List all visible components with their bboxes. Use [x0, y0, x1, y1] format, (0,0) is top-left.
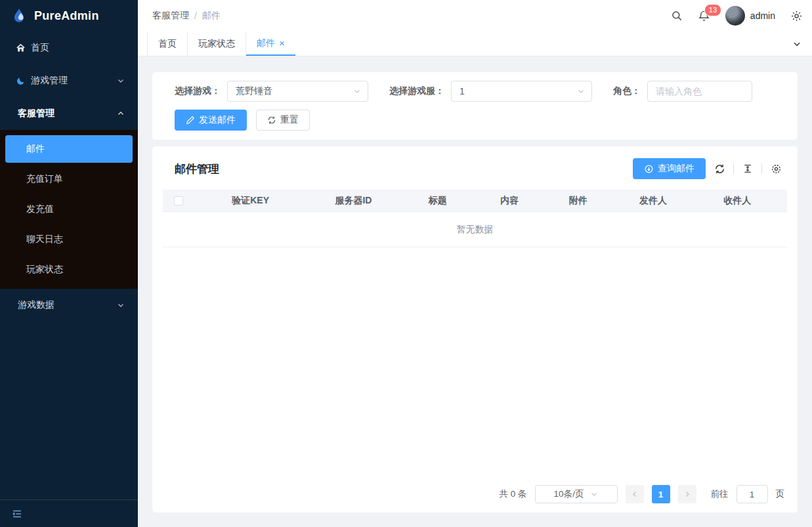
chevron-down-icon: [590, 490, 598, 498]
column-header: 附件: [544, 195, 613, 207]
sidebar-footer: [0, 499, 138, 527]
sidebar-menu: 首页 游戏管理 客服管理 邮件 充值订单 发充值 聊天日志: [0, 32, 138, 499]
page-number-button[interactable]: 1: [652, 485, 670, 503]
table-header-row: 验证KEY 服务器ID 标题 内容 附件 发件人 收件人: [163, 190, 787, 212]
breadcrumb-item-current: 邮件: [202, 10, 221, 22]
tab-home[interactable]: 首页: [147, 32, 188, 56]
table-empty-state: 暂无数据: [163, 212, 787, 247]
role-input[interactable]: [647, 81, 752, 102]
game-select-value: 荒野锤音: [236, 85, 349, 97]
chevron-down-icon: [792, 39, 801, 49]
pagination-total: 共 0 条: [499, 488, 526, 500]
card-toolbar: 查询邮件: [633, 158, 782, 179]
sidebar-item-label: 客服管理: [18, 108, 117, 119]
main-area: 客服管理 / 邮件 13 admin 首页 玩家状态: [138, 0, 812, 527]
breadcrumb-item-parent[interactable]: 客服管理: [152, 10, 189, 22]
top-header: 客服管理 / 邮件 13 admin: [138, 0, 812, 32]
chevron-down-icon: [117, 77, 125, 85]
sidebar-subitem-chat-log[interactable]: 聊天日志: [5, 226, 133, 253]
send-mail-button[interactable]: 发送邮件: [175, 110, 247, 131]
sidebar-item-customer-service[interactable]: 客服管理: [0, 97, 138, 130]
toolbar-divider: [761, 163, 762, 174]
mail-table: 验证KEY 服务器ID 标题 内容 附件 发件人 收件人 暂无数据: [163, 190, 787, 247]
sidebar-item-label: 玩家状态: [26, 264, 63, 276]
sidebar-item-label: 邮件: [26, 143, 45, 155]
app-title: PureAdmin: [34, 9, 99, 23]
sidebar-item-label: 游戏数据: [18, 299, 117, 311]
chevron-right-icon: [683, 490, 691, 498]
close-icon[interactable]: ×: [279, 38, 285, 48]
tabs-menu-toggle[interactable]: [792, 32, 812, 56]
breadcrumb-separator: /: [194, 11, 197, 21]
home-icon: [15, 43, 26, 53]
app-logo-icon: [11, 7, 28, 24]
toolbar-divider: [733, 163, 734, 174]
sidebar-subitem-player-status[interactable]: 玩家状态: [5, 256, 133, 284]
chevron-down-icon: [577, 87, 585, 95]
row-density-icon[interactable]: [742, 163, 754, 175]
sidebar-subitem-mail[interactable]: 邮件: [5, 135, 133, 163]
card-title: 邮件管理: [175, 161, 219, 177]
column-header: 内容: [475, 195, 544, 207]
next-page-button[interactable]: [678, 485, 696, 503]
game-select-label: 选择游戏：: [175, 85, 221, 97]
tab-label: 玩家状态: [198, 38, 235, 50]
page-content: 选择游戏： 荒野锤音 选择游戏服： 1 角色： 发送邮件: [138, 56, 812, 527]
column-header: 服务器ID: [307, 195, 400, 207]
role-input-label: 角色：: [613, 85, 641, 97]
notification-bell-icon[interactable]: 13: [698, 9, 711, 22]
refresh-table-icon[interactable]: [714, 163, 725, 175]
game-select[interactable]: 荒野锤音: [227, 81, 368, 102]
sidebar-item-game-data[interactable]: 游戏数据: [0, 289, 138, 322]
tab-label: 邮件: [257, 37, 275, 49]
chevron-down-icon: [117, 301, 125, 309]
header-actions: 13 admin: [670, 6, 803, 26]
sidebar-item-label: 充值订单: [26, 173, 63, 185]
sidebar-item-game-management[interactable]: 游戏管理: [0, 64, 138, 97]
search-icon[interactable]: [670, 9, 683, 22]
edit-pen-icon: [186, 116, 195, 125]
settings-gear-icon[interactable]: [790, 9, 803, 22]
prev-page-button[interactable]: [626, 485, 644, 503]
goto-label: 前往: [711, 488, 729, 500]
tab-mail[interactable]: 邮件 ×: [246, 32, 295, 56]
column-settings-icon[interactable]: [770, 163, 782, 175]
server-select[interactable]: 1: [451, 81, 592, 102]
sidebar-subitem-send-recharge[interactable]: 发充值: [5, 196, 133, 223]
page-size-select[interactable]: 10条/页: [535, 485, 618, 503]
circle-arrow-down-icon: [644, 164, 654, 174]
sidebar-item-home[interactable]: 首页: [0, 32, 138, 64]
server-select-label: 选择游戏服：: [389, 85, 444, 97]
sidebar-item-label: 聊天日志: [26, 234, 63, 245]
column-header: 发件人: [612, 195, 694, 207]
column-header: 验证KEY: [194, 195, 307, 207]
notification-badge: 13: [704, 4, 721, 16]
mail-management-card: 邮件管理 查询邮件: [152, 146, 798, 513]
moon-icon: [15, 75, 26, 86]
sidebar-subitem-recharge-orders[interactable]: 充值订单: [5, 165, 133, 193]
sidebar-item-label: 发充值: [26, 203, 54, 215]
tab-label: 首页: [158, 38, 177, 50]
reset-button[interactable]: 重置: [256, 110, 310, 131]
sidebar-item-label: 首页: [31, 42, 125, 54]
pagination: 共 0 条 10条/页 1 前往 页: [163, 485, 787, 503]
username: admin: [750, 11, 775, 21]
select-all-checkbox[interactable]: [174, 196, 183, 205]
filter-card: 选择游戏： 荒野锤音 选择游戏服： 1 角色： 发送邮件: [152, 72, 798, 140]
goto-page-input[interactable]: [737, 485, 768, 503]
chevron-left-icon: [631, 490, 639, 498]
sidebar: PureAdmin 首页 游戏管理 客服管理 邮件 充值订单: [0, 0, 138, 527]
collapse-sidebar-icon[interactable]: [11, 507, 24, 520]
breadcrumb: 客服管理 / 邮件: [152, 10, 221, 22]
refresh-icon: [267, 116, 276, 125]
query-mail-button[interactable]: 查询邮件: [633, 158, 706, 179]
user-menu[interactable]: admin: [725, 6, 775, 26]
avatar: [725, 6, 745, 26]
customer-service-submenu: 邮件 充值订单 发充值 聊天日志 玩家状态: [0, 130, 138, 289]
logo[interactable]: PureAdmin: [0, 0, 138, 32]
chevron-up-icon: [117, 110, 125, 117]
tab-player-status[interactable]: 玩家状态: [188, 32, 246, 56]
column-header: 收件人: [694, 195, 781, 207]
tag-tabs-bar: 首页 玩家状态 邮件 ×: [138, 32, 812, 56]
server-select-value: 1: [459, 86, 573, 96]
